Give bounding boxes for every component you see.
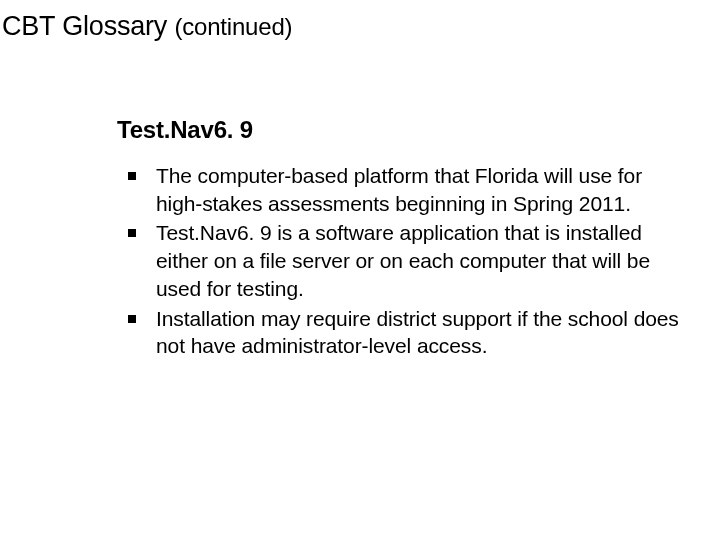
list-item: The computer-based platform that Florida…	[128, 162, 680, 217]
slide-title-main: CBT Glossary	[2, 11, 167, 41]
list-item: Test.Nav6. 9 is a software application t…	[128, 219, 680, 302]
slide-title-sub: (continued)	[174, 13, 292, 40]
slide: CBT Glossary (continued) Test.Nav6. 9 Th…	[0, 0, 720, 540]
bullet-list: The computer-based platform that Florida…	[128, 162, 680, 362]
bullet-text: Test.Nav6. 9 is a software application t…	[156, 219, 680, 302]
square-bullet-icon	[128, 315, 136, 323]
slide-subheading: Test.Nav6. 9	[117, 116, 253, 144]
list-item: Installation may require district suppor…	[128, 305, 680, 360]
bullet-text: Installation may require district suppor…	[156, 305, 680, 360]
bullet-text: The computer-based platform that Florida…	[156, 162, 680, 217]
square-bullet-icon	[128, 229, 136, 237]
square-bullet-icon	[128, 172, 136, 180]
slide-title-line: CBT Glossary (continued)	[2, 10, 710, 42]
